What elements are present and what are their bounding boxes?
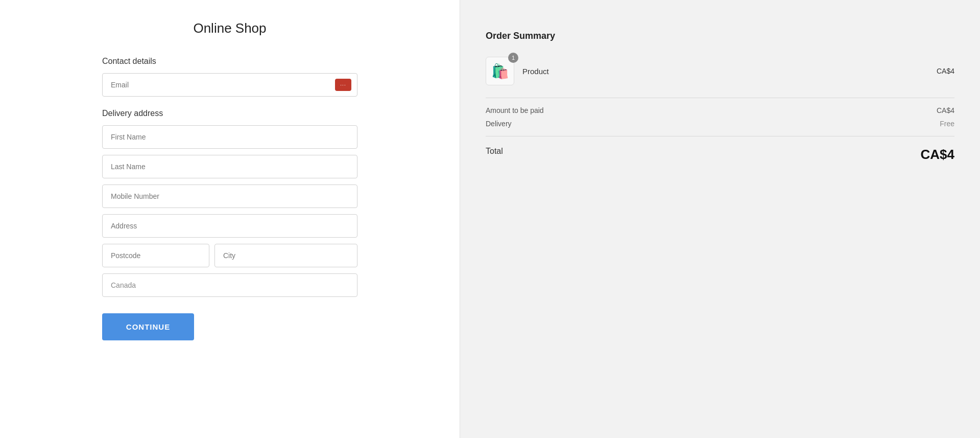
product-price: CA$4 xyxy=(937,67,954,75)
address-input[interactable] xyxy=(102,214,357,238)
total-row: Total CA$4 xyxy=(486,147,954,163)
postcode-city-group xyxy=(102,244,357,267)
page-title: Online Shop xyxy=(193,20,266,36)
total-label: Total xyxy=(486,147,503,163)
last-name-input[interactable] xyxy=(102,155,357,178)
city-input[interactable] xyxy=(214,244,357,267)
delivery-row: Delivery Free xyxy=(486,120,954,128)
summary-divider xyxy=(486,98,954,98)
first-name-input[interactable] xyxy=(102,125,357,149)
email-icon: ··· xyxy=(335,79,351,91)
form-container: Contact details ··· Delivery address xyxy=(102,57,357,340)
total-value: CA$4 xyxy=(921,147,954,163)
country-group xyxy=(102,273,357,297)
first-name-group xyxy=(102,125,357,149)
postcode-input[interactable] xyxy=(102,244,209,267)
product-name: Product xyxy=(522,67,937,76)
delivery-label: Delivery xyxy=(486,120,512,128)
amount-value: CA$4 xyxy=(937,106,954,114)
country-input[interactable] xyxy=(102,273,357,297)
email-input[interactable] xyxy=(102,73,357,97)
product-row: 🛍️ 1 Product CA$4 xyxy=(486,57,954,85)
left-panel: Online Shop Contact details ··· Delivery… xyxy=(0,0,460,438)
amount-label: Amount to be paid xyxy=(486,106,544,114)
last-name-group xyxy=(102,155,357,178)
mobile-group xyxy=(102,185,357,208)
order-summary-title: Order Summary xyxy=(486,31,954,41)
contact-section-label: Contact details xyxy=(102,57,357,66)
product-badge: 1 xyxy=(508,53,518,63)
right-panel: Order Summary 🛍️ 1 Product CA$4 Amount t… xyxy=(460,0,980,438)
total-divider xyxy=(486,136,954,136)
email-group: ··· xyxy=(102,73,357,97)
delivery-section: Delivery address xyxy=(102,109,357,297)
address-group xyxy=(102,214,357,238)
amount-row: Amount to be paid CA$4 xyxy=(486,106,954,114)
product-image-wrapper: 🛍️ 1 xyxy=(486,57,514,85)
continue-button[interactable]: CONTINUE xyxy=(102,313,194,340)
mobile-input[interactable] xyxy=(102,185,357,208)
delivery-section-label: Delivery address xyxy=(102,109,357,118)
delivery-value: Free xyxy=(940,120,954,128)
